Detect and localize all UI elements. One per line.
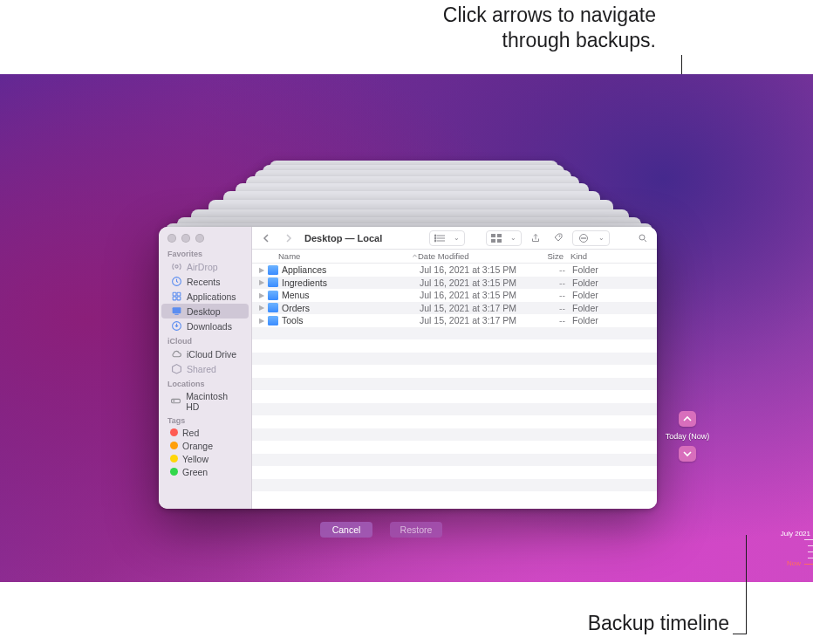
list-sort-menu[interactable]: ⌄: [429, 230, 465, 246]
svg-rect-2: [173, 292, 176, 296]
cancel-button[interactable]: Cancel: [320, 522, 372, 538]
disk-icon: [170, 395, 181, 408]
sidebar-item-macintosh-hd[interactable]: Macintosh HD: [161, 389, 249, 413]
column-header-size[interactable]: Size: [525, 251, 570, 261]
cloud-icon: [170, 348, 182, 360]
sidebar-tag-red[interactable]: Red: [161, 426, 249, 439]
file-row[interactable]: ▶AppliancesJul 16, 2021 at 3:15 PM--Fold…: [252, 264, 657, 277]
file-row[interactable]: ▶MenusJul 16, 2021 at 3:15 PM--Folder: [252, 289, 657, 302]
column-header-name[interactable]: Name: [278, 251, 418, 261]
svg-rect-18: [497, 234, 502, 237]
folder-icon: [268, 265, 278, 275]
back-button[interactable]: [257, 230, 275, 246]
svg-rect-5: [177, 297, 181, 300]
forward-button[interactable]: [280, 230, 297, 246]
file-date: Jul 16, 2021 at 3:15 PM: [420, 277, 527, 288]
svg-point-21: [559, 236, 560, 236]
svg-rect-4: [173, 297, 176, 300]
disclosure-icon[interactable]: ▶: [259, 266, 268, 274]
file-name: Orders: [282, 303, 420, 313]
sidebar-label: Desktop: [187, 306, 221, 317]
sidebar-label: Shared: [187, 364, 216, 374]
tag-label: Yellow: [182, 454, 208, 464]
sidebar-item-desktop[interactable]: Desktop: [161, 304, 249, 319]
sidebar-header-icloud: iCloud: [159, 333, 251, 346]
sidebar-label: iCloud Drive: [187, 349, 236, 360]
svg-rect-19: [491, 239, 495, 243]
sidebar-item-shared[interactable]: Shared: [161, 361, 249, 376]
sidebar-item-applications[interactable]: Applications: [161, 289, 249, 304]
sidebar-item-downloads[interactable]: Downloads: [161, 319, 249, 333]
tag-dot-icon: [170, 428, 178, 436]
annotation-navigate-arrows: Click arrows to navigate through backups…: [255, 3, 656, 53]
applications-icon: [170, 291, 182, 303]
sidebar-label: Macintosh HD: [186, 391, 240, 412]
file-name: Tools: [282, 315, 420, 325]
svg-rect-9: [172, 399, 181, 402]
ellipsis-circle-icon: [573, 231, 594, 245]
restore-button[interactable]: Restore: [390, 522, 442, 538]
annotation-backup-timeline: Backup timeline: [485, 611, 729, 636]
file-kind: Folder: [572, 277, 657, 288]
nav-down-button[interactable]: [679, 446, 696, 462]
file-kind: Folder: [572, 303, 657, 313]
chevron-down-icon: ⌄: [594, 231, 609, 245]
window-title: Desktop — Local: [304, 233, 382, 243]
share-button[interactable]: [527, 230, 544, 246]
svg-rect-20: [497, 239, 502, 243]
disclosure-icon[interactable]: ▶: [259, 291, 268, 299]
svg-point-14: [434, 235, 436, 236]
sidebar-label: Recents: [187, 277, 221, 287]
nav-up-button[interactable]: [679, 411, 696, 427]
tag-dot-icon: [170, 455, 178, 462]
close-dot[interactable]: [167, 234, 176, 243]
file-size: --: [527, 303, 572, 313]
backup-timeline[interactable]: July 2021 Now: [759, 526, 813, 579]
folder-icon: [268, 291, 278, 300]
column-header-date[interactable]: Date Modified: [418, 251, 525, 261]
sidebar-item-airdrop[interactable]: AirDrop: [161, 259, 249, 274]
column-header-kind[interactable]: Kind: [570, 251, 657, 261]
folder-icon: [268, 277, 278, 287]
svg-point-16: [434, 240, 436, 242]
svg-point-24: [584, 237, 584, 238]
search-button[interactable]: [634, 230, 652, 246]
sidebar-item-icloud-drive[interactable]: iCloud Drive: [161, 346, 249, 361]
tag-label: Orange: [182, 441, 213, 451]
grid-icon: [487, 231, 506, 245]
action-menu[interactable]: ⌄: [572, 230, 610, 246]
sidebar-item-recents[interactable]: Recents: [161, 274, 249, 289]
folder-icon: [268, 316, 278, 325]
backup-nav: Today (Now): [674, 411, 700, 462]
file-row[interactable]: ▶OrdersJul 15, 2021 at 3:17 PM--Folder: [252, 302, 657, 315]
shared-icon: [170, 363, 182, 375]
file-date: Jul 15, 2021 at 3:17 PM: [420, 303, 527, 313]
nav-current-label: Today (Now): [666, 432, 710, 441]
disclosure-icon[interactable]: ▶: [259, 317, 268, 325]
disclosure-icon[interactable]: ▶: [259, 278, 268, 286]
desktop-icon: [170, 305, 182, 318]
svg-rect-3: [177, 292, 181, 296]
zoom-dot[interactable]: [195, 234, 204, 243]
file-kind: Folder: [572, 290, 657, 300]
svg-point-15: [434, 237, 436, 239]
disclosure-icon[interactable]: ▶: [259, 304, 268, 312]
minimize-dot[interactable]: [181, 234, 190, 243]
svg-point-0: [174, 265, 177, 268]
sidebar-tag-orange[interactable]: Orange: [161, 439, 249, 452]
finder-main: Desktop — Local ⌄ ⌄ ⌄ Name Date Modified…: [252, 227, 657, 509]
file-row[interactable]: ▶ToolsJul 15, 2021 at 3:17 PM--Folder: [252, 314, 657, 327]
chevron-updown-icon: ⌄: [449, 231, 464, 245]
sidebar-tag-yellow[interactable]: Yellow: [161, 452, 249, 465]
chevron-down-icon: ⌄: [506, 231, 521, 245]
sidebar-label: AirDrop: [187, 262, 218, 272]
svg-point-23: [582, 237, 583, 238]
tag-label: Green: [182, 467, 208, 477]
sidebar-label: Downloads: [187, 321, 232, 332]
finder-sidebar: Favorites AirDrop Recents Applications D…: [159, 227, 252, 509]
view-mode-menu[interactable]: ⌄: [486, 230, 522, 246]
sidebar-header-locations: Locations: [159, 376, 251, 389]
tag-button[interactable]: [550, 230, 567, 246]
file-row[interactable]: ▶IngredientsJul 16, 2021 at 3:15 PM--Fol…: [252, 277, 657, 290]
sidebar-tag-green[interactable]: Green: [161, 465, 249, 478]
